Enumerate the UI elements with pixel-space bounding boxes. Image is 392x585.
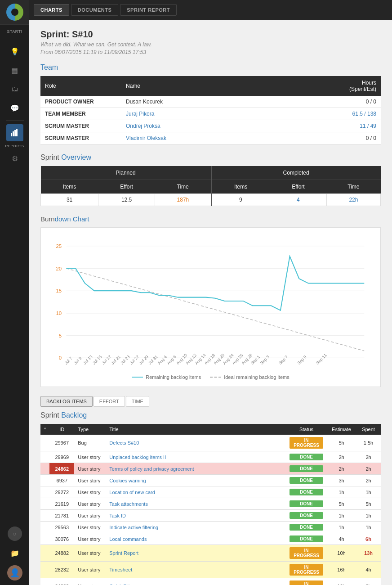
content-area: Sprint: S#10 What we did. What we can. G…	[29, 20, 392, 585]
th-name: Name	[121, 76, 322, 96]
row-estimate: 10h	[327, 545, 356, 562]
row-status: IN PROGRESS	[286, 562, 327, 578]
row-title: Defects S#10	[106, 435, 286, 451]
sidebar-item-bulb[interactable]: 💡	[6, 43, 23, 60]
row-star	[40, 562, 49, 578]
row-star	[40, 463, 49, 475]
row-estimate: 12h	[327, 578, 356, 585]
row-title: Task attachments	[106, 498, 286, 510]
row-status: IN PROGRESS	[286, 545, 327, 562]
row-estimate: 1h	[327, 510, 356, 522]
reports-icon	[11, 129, 19, 136]
row-status: DONE	[286, 522, 327, 533]
svg-text:Sep 9: Sep 9	[297, 355, 307, 365]
row-type: Bug	[74, 435, 106, 451]
row-type: User story	[74, 463, 106, 475]
team-name: Vladimir Oleksak	[121, 132, 322, 144]
row-spent: 2h	[356, 463, 381, 475]
sidebar-item-backlog[interactable]: 🗂	[6, 81, 23, 98]
val-time-p: 187h	[155, 194, 211, 206]
row-star	[40, 435, 49, 451]
tab-backlog-items[interactable]: BACKLOG ITEMS	[40, 396, 93, 407]
svg-text:Sep 7: Sep 7	[278, 355, 289, 365]
overview-table: Planned Completed Items Effort Time Item…	[40, 166, 381, 206]
backlog-row: 29272 User story Location of new card DO…	[40, 486, 381, 498]
row-type: User story	[74, 533, 106, 545]
legend-solid-line	[132, 377, 143, 378]
team-role: SCRUM MASTER	[40, 132, 121, 144]
th-role: Role	[40, 76, 121, 96]
sidebar-item-circle[interactable]: ○	[8, 526, 22, 541]
sprint-subtitle: What we did. What we can. Get context. A…	[40, 41, 381, 48]
row-id: 29563	[49, 522, 74, 533]
row-spent: 5h	[356, 498, 381, 510]
tab-documents[interactable]: DOCUMENTS	[71, 4, 118, 16]
backlog-row: 21781 User story Task ID DONE 1h 1h	[40, 510, 381, 522]
svg-rect-2	[14, 130, 16, 136]
row-type: User story	[74, 562, 106, 578]
row-spent: 1h	[356, 522, 381, 533]
row-id: 29967	[49, 435, 74, 451]
svg-text:20: 20	[56, 266, 62, 271]
val-items-c: 9	[211, 194, 270, 206]
row-id: 24882	[49, 545, 74, 562]
th-hours: Hours(Spent/Est)	[322, 76, 381, 96]
th-items-p: Items	[41, 180, 98, 194]
legend-ideal: Ideal remaining backlog items	[210, 374, 290, 380]
legend-remaining-label: Remaining backlog items	[146, 374, 201, 380]
sidebar: START! 💡 ▦ 🗂 💬 REPORTS ⚙ ○ 📁 👤	[0, 0, 29, 585]
row-type: User story	[74, 451, 106, 463]
svg-text:5: 5	[59, 333, 62, 338]
backlog-title: Sprint Backlog	[40, 411, 381, 419]
sidebar-item-chat[interactable]: 💬	[6, 99, 23, 117]
topbar: CHARTS DOCUMENTS SPRINT REPORT	[29, 0, 392, 20]
row-estimate: 2h	[327, 463, 356, 475]
row-status: DONE	[286, 533, 327, 545]
svg-text:Jul 9: Jul 9	[73, 356, 82, 365]
row-spent: 1.5h	[356, 435, 381, 451]
svg-line-16	[66, 268, 364, 351]
team-name: Ondrej Proksa	[121, 120, 322, 132]
sidebar-item-settings[interactable]: ⚙	[6, 150, 23, 167]
svg-text:Aug 4: Aug 4	[157, 355, 168, 365]
backlog-row: 21619 User story Task attachments DONE 5…	[40, 498, 381, 510]
sprint-title: Sprint: S#10	[40, 29, 381, 40]
team-table: Role Name Hours(Spent/Est) PRODUCT OWNER…	[40, 76, 381, 144]
svg-rect-3	[16, 129, 18, 136]
th-effort-p: Effort	[98, 180, 155, 194]
th-status: Status	[286, 424, 327, 435]
sidebar-item-table[interactable]: ▦	[6, 62, 23, 79]
team-role: SCRUM MASTER	[40, 120, 121, 132]
svg-text:Sep 11: Sep 11	[315, 353, 328, 365]
backlog-row: 29967 Bug Defects S#10 IN PROGRESS 5h 1.…	[40, 435, 381, 451]
chart-legend: Remaining backlog items Ideal remaining …	[48, 374, 374, 380]
svg-text:Jul 13: Jul 13	[82, 355, 94, 366]
team-title: Team	[40, 63, 381, 72]
svg-text:10: 10	[56, 310, 62, 316]
app-logo[interactable]	[0, 0, 29, 25]
tab-charts[interactable]: CHARTS	[34, 4, 69, 16]
row-estimate: 1h	[327, 522, 356, 533]
svg-text:Jul 17: Jul 17	[101, 355, 112, 366]
row-star	[40, 545, 49, 562]
tab-time[interactable]: TIME	[126, 396, 149, 407]
row-spent: 2h	[356, 475, 381, 486]
row-star	[40, 498, 49, 510]
row-status: DONE	[286, 463, 327, 475]
sprint-dates: From 06/07/2015 11:19 to 11/09/2015 17:5…	[40, 49, 381, 55]
sidebar-item-folder[interactable]: 📁	[6, 544, 23, 562]
th-effort-c: Effort	[270, 180, 326, 194]
legend-dashed-line	[210, 377, 221, 378]
svg-text:Jul 7: Jul 7	[64, 356, 73, 365]
tab-effort[interactable]: EFFORT	[94, 396, 125, 407]
user-avatar[interactable]: 👤	[7, 565, 22, 580]
sidebar-item-reports[interactable]	[6, 124, 23, 141]
tab-sprint-report[interactable]: SPRINT REPORT	[120, 4, 177, 16]
svg-text:Jul 29: Jul 29	[138, 355, 149, 366]
row-id: 29969	[49, 451, 74, 463]
row-spent: 6h	[356, 533, 381, 545]
svg-rect-0	[11, 133, 12, 136]
row-title: Terms of policy and privacy agreement	[106, 463, 286, 475]
row-estimate: 4h	[327, 533, 356, 545]
row-status: DONE	[286, 510, 327, 522]
